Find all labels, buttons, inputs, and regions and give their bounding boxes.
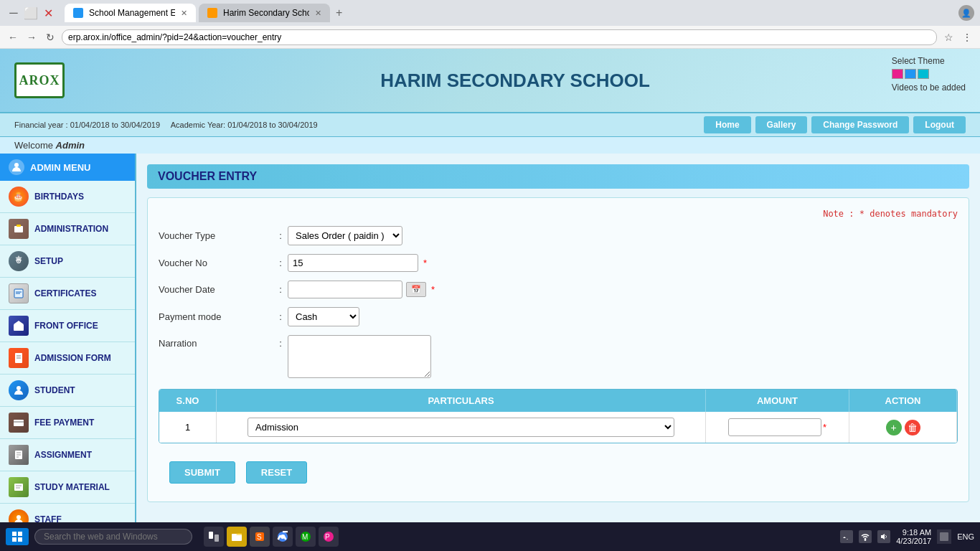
reload-button[interactable]: ↻	[43, 30, 57, 44]
theme-swatches	[892, 69, 966, 79]
payment-mode-label: Payment mode	[159, 311, 273, 322]
calendar-button[interactable]: 📅	[406, 282, 426, 297]
tab1-label: School Management ER...	[89, 8, 175, 18]
sidebar-menu-label: ADMIN MENU	[30, 162, 91, 173]
sidebar-header: ADMIN MENU	[0, 154, 135, 181]
taskbar-app-3[interactable]: S	[250, 527, 270, 547]
taskbar: S M P 9:18 AM 4/23/2017 ENG	[0, 522, 980, 551]
tab-2[interactable]: Harim Secondary Schoo... ✕	[199, 4, 330, 22]
delete-row-button[interactable]: 🗑	[905, 420, 920, 435]
notification-center[interactable]	[937, 529, 951, 544]
svg-rect-2	[14, 226, 23, 232]
taskbar-chrome[interactable]	[273, 527, 293, 547]
taskbar-clock: 9:18 AM 4/23/2017	[896, 528, 931, 545]
tab1-favicon	[73, 8, 83, 18]
header-right: Select Theme Videos to be added	[892, 56, 966, 93]
payment-mode-select[interactable]: Cash Cheque Online	[288, 307, 359, 326]
welcome-bar: Welcome Admin	[0, 137, 980, 154]
tab2-close[interactable]: ✕	[315, 9, 321, 18]
svg-text:P: P	[325, 533, 330, 541]
voucher-date-label: Voucher Date	[159, 284, 273, 295]
sidebar-item-birthdays[interactable]: 🎂 BIRTHDAYS	[0, 181, 135, 213]
start-button[interactable]	[6, 528, 29, 545]
amount-input[interactable]	[728, 418, 821, 436]
voucher-date-required: *	[431, 284, 435, 295]
back-button[interactable]: ←	[6, 30, 20, 44]
sidebar-item-study-material[interactable]: STUDY MATERIAL	[0, 471, 135, 504]
sidebar-study-material-label: STUDY MATERIAL	[34, 482, 110, 492]
change-password-button[interactable]: Change Password	[811, 116, 909, 133]
sidebar-item-setup[interactable]: SETUP	[0, 245, 135, 278]
tab1-close[interactable]: ✕	[181, 9, 187, 18]
submit-button[interactable]: SUBMIT	[169, 461, 235, 484]
school-name: HARIM SECONDARY SCHOOL	[65, 70, 966, 92]
taskbar-file-explorer[interactable]	[227, 527, 247, 547]
sidebar-item-certificates[interactable]: CERTIFICATES	[0, 278, 135, 310]
sidebar-item-front-office[interactable]: FRONT OFFICE	[0, 310, 135, 342]
reset-button[interactable]: RESET	[246, 461, 307, 484]
table-row: 1 Admission Tuition Fee Transport Librar…	[159, 412, 957, 443]
particulars-select[interactable]: Admission Tuition Fee Transport Library	[248, 418, 674, 437]
svg-text:M: M	[302, 533, 308, 541]
sidebar-item-administration[interactable]: ADMINISTRATION	[0, 213, 135, 245]
sidebar-fee-payment-label: FEE PAYMENT	[34, 418, 94, 428]
table-header: S.NO PARTICULARS AMOUNT ACTION	[159, 390, 957, 412]
home-button[interactable]: Home	[704, 116, 750, 133]
col-sno: S.NO	[159, 390, 217, 412]
tab-1[interactable]: School Management ER... ✕	[65, 4, 196, 22]
svg-rect-19	[14, 484, 23, 491]
svg-rect-13	[14, 420, 24, 426]
voucher-no-label: Voucher No	[159, 258, 273, 268]
voucher-date-input[interactable]	[288, 281, 402, 298]
gallery-button[interactable]: Gallery	[755, 116, 808, 133]
svg-point-12	[17, 386, 21, 390]
sidebar-item-fee-payment[interactable]: FEE PAYMENT	[0, 407, 135, 439]
taskbar-app-5[interactable]: M	[296, 527, 316, 547]
setup-icon	[9, 251, 29, 271]
row-particulars: Admission Tuition Fee Transport Library	[217, 412, 706, 443]
tab2-favicon	[207, 8, 217, 18]
narration-row: Narration :	[159, 335, 958, 378]
svg-rect-25	[12, 537, 17, 542]
forward-button[interactable]: →	[24, 30, 39, 44]
logo-area: AROX	[14, 62, 65, 98]
taskbar-app-6[interactable]: P	[319, 527, 339, 547]
sidebar-item-assignment[interactable]: ASSIGNMENT	[0, 439, 135, 471]
theme-teal[interactable]	[918, 69, 929, 79]
taskbar-task-view[interactable]	[204, 527, 224, 547]
taskbar-search[interactable]	[34, 529, 192, 545]
theme-pink[interactable]	[892, 69, 903, 79]
sidebar-administration-label: ADMINISTRATION	[34, 224, 108, 234]
sidebar-item-student[interactable]: STUDENT	[0, 375, 135, 407]
browser-user-icon: 👤	[958, 5, 974, 21]
front-office-icon	[9, 316, 29, 336]
sidebar-assignment-label: ASSIGNMENT	[34, 450, 92, 460]
voucher-type-select[interactable]: Sales Order ( paidin ) Purchase Order Pa…	[288, 226, 402, 245]
logo-box: AROX	[14, 62, 65, 98]
birthday-icon: 🎂	[9, 187, 29, 207]
address-bar[interactable]	[62, 29, 937, 45]
voucher-type-row: Voucher Type : Sales Order ( paidin ) Pu…	[159, 226, 958, 245]
fee-payment-icon	[9, 413, 29, 433]
select-theme-label: Select Theme	[892, 56, 966, 66]
study-material-icon	[9, 477, 29, 497]
maximize-button[interactable]: ⬜	[23, 5, 39, 21]
narration-textarea[interactable]	[288, 335, 431, 378]
add-row-button[interactable]: +	[886, 420, 902, 435]
menu-button[interactable]: ⋮	[960, 30, 974, 44]
svg-rect-3	[17, 225, 21, 227]
minimize-button[interactable]: ─	[6, 5, 22, 21]
svg-rect-26	[18, 537, 22, 542]
close-button[interactable]: ✕	[40, 5, 56, 21]
sidebar-item-admission-form[interactable]: ADMISSION FORM	[0, 342, 135, 375]
bookmark-button[interactable]: ☆	[941, 30, 956, 44]
theme-blue[interactable]	[905, 69, 916, 79]
voucher-no-input[interactable]	[288, 254, 418, 272]
narration-label: Narration	[159, 335, 273, 349]
academic-year: Academic Year: 01/04/2018 to 30/04/2019	[171, 121, 318, 129]
administration-icon	[9, 219, 29, 239]
sidebar-front-office-label: FRONT OFFICE	[34, 321, 98, 331]
logout-button[interactable]: Logout	[913, 116, 966, 133]
financial-year: Financial year : 01/04/2018 to 30/04/201…	[14, 121, 160, 129]
new-tab-button[interactable]: +	[333, 4, 345, 22]
